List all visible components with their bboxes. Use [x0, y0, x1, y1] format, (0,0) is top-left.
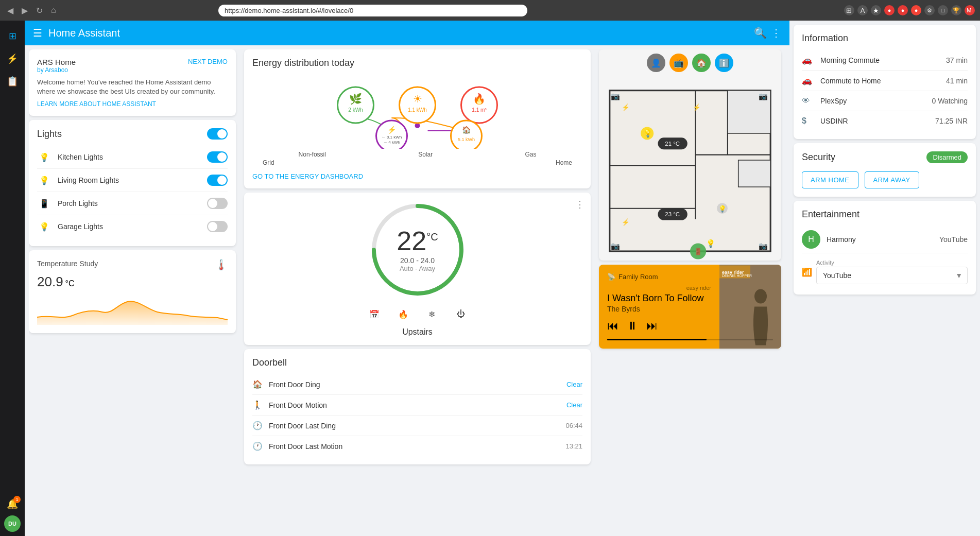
doorbell-item-last-ding: 🕐 Front Door Last Ding 06:44 [252, 416, 582, 436]
power-button[interactable]: ⏻ [452, 305, 470, 323]
home-button[interactable]: ⌂ [49, 4, 58, 17]
activity-select[interactable]: YouTube Watch TV Listen to Music Off [816, 267, 968, 284]
flame-button[interactable]: 🔥 [394, 305, 412, 323]
home-subtitle[interactable]: by Arsaboo [37, 66, 76, 74]
browser-icons: ⊞ A ★ ● ● ● ⚙ □ 🏆 Mi [844, 5, 975, 15]
next-demo-button[interactable]: NEXT DEMO [188, 58, 228, 65]
sidebar-item-logbook[interactable]: 📋 [2, 71, 23, 92]
svg-point-4 [400, 87, 436, 123]
browser-icon-4: ● [884, 5, 895, 15]
notification-badge: 1 [13, 496, 21, 503]
ha-app: ⊞ ⚡ 📋 🔔 1 DU ☰ Home Assistant 🔍 ⋮ [0, 21, 980, 536]
media-progress-bar[interactable] [607, 339, 773, 340]
svg-point-1 [338, 87, 374, 123]
doorbell-clock-icon-1: 🕐 [252, 421, 263, 430]
svg-text:💡: 💡 [706, 239, 716, 248]
doorbell-time-1: 06:44 [565, 422, 582, 429]
usdinr-value: 71.25 INR [935, 117, 968, 125]
more-options-icon[interactable]: ⋮ [771, 27, 781, 39]
fan-button[interactable]: ❄ [423, 305, 441, 323]
thermostat-temp: 22 [397, 226, 426, 256]
doorbell-clear-1[interactable]: Clear [566, 381, 582, 388]
doorbell-clear-2[interactable]: Clear [566, 401, 582, 409]
dollar-icon: $ [802, 116, 814, 126]
info-mode-icon[interactable]: ℹ️ [715, 54, 733, 72]
svg-text:⚡: ⚡ [622, 103, 630, 112]
floorplan-column: 👤 📺 🏠 ℹ️ [595, 49, 785, 532]
living-room-light-icon: 💡 [37, 173, 51, 187]
home-title: ARS Home [37, 58, 76, 66]
search-icon[interactable]: 🔍 [754, 27, 767, 39]
thermostat-unit: °C [426, 231, 438, 243]
doorbell-clock-icon-2: 🕐 [252, 441, 263, 451]
prev-track-button[interactable]: ⏮ [607, 319, 618, 333]
browser-icon-6: ● [911, 5, 921, 15]
information-title: Information [802, 33, 968, 44]
user-avatar[interactable]: DU [4, 515, 21, 532]
chevron-down-icon: ▼ [955, 271, 962, 280]
floorplan-top-icons: 👤 📺 🏠 ℹ️ [647, 54, 733, 72]
security-title: Security [802, 152, 835, 163]
morning-commute-label: Morning Commute [820, 56, 946, 64]
arm-away-button[interactable]: ARM AWAY [865, 171, 919, 188]
usdinr-label: USDINR [820, 117, 935, 125]
info-row-plexspy: 👁 PlexSpy 0 Watching [802, 91, 968, 111]
middle-column: Energy distribution today [240, 49, 595, 532]
energy-flow-svg: 🌿 2 kWh ☀ 1.1 kWh 🔥 1.1 m³ [252, 77, 582, 149]
refresh-button[interactable]: ↻ [34, 4, 45, 18]
sidebar-notification[interactable]: 🔔 1 [2, 494, 23, 514]
garage-light-name: Garage Lights [58, 222, 207, 231]
app-title: Home Assistant [48, 27, 754, 39]
thermostat-card: ⋮ 22°C 20.0 - 24.0 [244, 193, 591, 345]
energy-dashboard-link[interactable]: GO TO THE ENERGY DASHBOARD [252, 172, 582, 180]
address-bar[interactable]: https://demo.home-assistant.io/#/lovelac… [218, 5, 527, 16]
car-icon-1: 🚗 [802, 55, 814, 65]
porch-light-toggle[interactable] [207, 198, 228, 209]
eye-icon: 👁 [802, 96, 814, 106]
learn-more-link[interactable]: LEARN MORE ABOUT HOME ASSISTANT [37, 100, 228, 108]
harmony-name: Harmony [827, 235, 939, 244]
play-pause-button[interactable]: ⏸ [627, 319, 638, 333]
next-track-button[interactable]: ⏭ [646, 319, 658, 333]
home-card: ARS Home by Arsaboo NEXT DEMO Welcome ho… [29, 49, 236, 116]
browser-icon-5: ● [898, 5, 908, 15]
doorbell-title: Doorbell [252, 357, 582, 368]
svg-text:⚡: ⚡ [622, 218, 630, 227]
thermometer-icon: 🌡️ [215, 258, 228, 271]
svg-text:23 °C: 23 °C [665, 211, 680, 217]
wifi-icon: 📶 [802, 267, 812, 277]
garage-light-toggle[interactable] [207, 221, 228, 232]
lights-master-toggle[interactable] [207, 128, 228, 140]
kitchen-light-name: Kitchen Lights [58, 153, 207, 161]
svg-text:← 0.1 kWh: ← 0.1 kWh [382, 135, 402, 140]
forward-button[interactable]: ▶ [20, 4, 30, 18]
living-room-light-toggle[interactable] [207, 175, 228, 186]
thermostat-more-icon[interactable]: ⋮ [575, 199, 584, 210]
light-item-living-room: 💡 Living Room Lights [37, 169, 228, 192]
kitchen-light-toggle[interactable] [207, 151, 228, 163]
svg-text:⚡: ⚡ [387, 126, 397, 134]
floorplan-svg: 📷 📷 📷 📷 ⚡ ⚡ ⚡ 💡 💡 [599, 55, 781, 261]
media-room: 📡 Family Room [607, 273, 773, 281]
temp-unit: °C [65, 279, 75, 288]
home-mode-icon[interactable]: 🏠 [692, 54, 711, 72]
temperature-chart [37, 294, 228, 325]
light-item-porch: 📱 Porch Lights [37, 192, 228, 215]
svg-text:📷: 📷 [611, 92, 621, 101]
activity-label: Activity [816, 260, 968, 266]
away-mode-icon[interactable]: 👤 [647, 54, 665, 72]
svg-text:🚪: 🚪 [694, 248, 702, 256]
back-button[interactable]: ◀ [5, 4, 15, 18]
kitchen-light-icon: 💡 [37, 150, 51, 164]
arm-home-button[interactable]: ARM HOME [802, 171, 858, 188]
sidebar-item-energy[interactable]: ⚡ [2, 48, 23, 69]
menu-icon[interactable]: ☰ [33, 27, 42, 39]
svg-text:2 kWh: 2 kWh [348, 107, 363, 113]
svg-text:🔥: 🔥 [473, 93, 486, 105]
home-label: Home [556, 159, 572, 166]
sidebar-item-overview[interactable]: ⊞ [2, 26, 23, 46]
harmony-current-activity: YouTube [939, 235, 968, 244]
svg-text:🏠: 🏠 [462, 126, 471, 134]
media-mode-icon[interactable]: 📺 [669, 54, 688, 72]
schedule-button[interactable]: 📅 [365, 305, 384, 323]
